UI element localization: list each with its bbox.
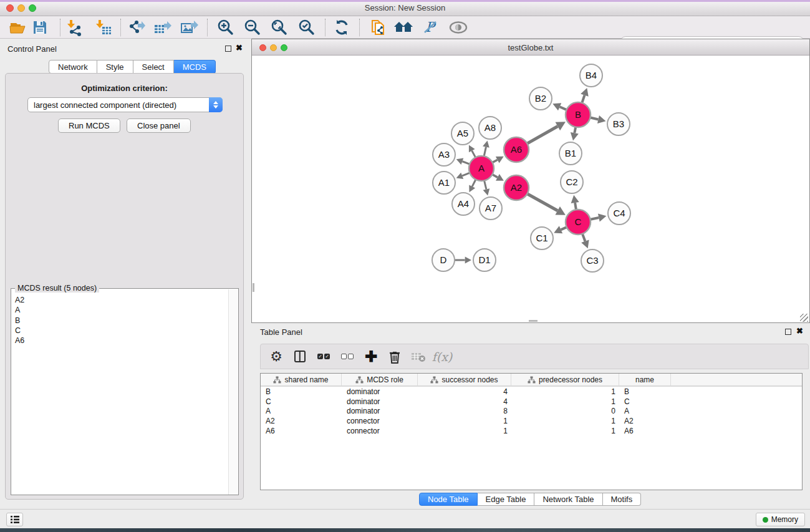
result-list-item[interactable]: A (15, 305, 229, 315)
settings-gear-icon[interactable]: ⚙ (264, 347, 288, 367)
memory-label: Memory (771, 515, 798, 524)
table-cell[interactable]: B (261, 387, 342, 397)
node-label-A3: A3 (438, 149, 450, 160)
column-header-predecessor-nodes[interactable]: predecessor nodes (511, 374, 619, 385)
home-view-icon[interactable] (393, 18, 414, 37)
table-panel-close-icon[interactable]: ✖ (796, 328, 803, 334)
export-image-icon[interactable] (179, 18, 200, 37)
table-cell[interactable]: 1 (511, 416, 619, 426)
control-tab-style[interactable]: Style (97, 60, 133, 74)
table-cell[interactable]: A (619, 406, 671, 416)
network-canvas[interactable]: B4B2BB3A5A8A6A3AB1A1A2C2A4A7C4CC1DD1C3 (253, 56, 809, 322)
network-graph[interactable]: B4B2BB3A5A8A6A3AB1A1A2C2A4A7C4CC1DD1C3 (253, 56, 809, 322)
zoom-out-icon[interactable] (242, 18, 263, 37)
export-network-icon[interactable] (125, 18, 147, 37)
table-row[interactable]: A2connector11A2 (261, 416, 802, 426)
window-resize-grip[interactable] (800, 314, 808, 322)
table-row[interactable]: Adominator80A (261, 406, 802, 416)
table-cell[interactable]: 4 (418, 397, 511, 407)
table-tab-edge-table[interactable]: Edge Table (478, 493, 535, 506)
table-row[interactable]: Cdominator41C (261, 397, 802, 407)
table-cell[interactable]: 1 (418, 416, 511, 426)
table-panel-float-icon[interactable] (785, 329, 791, 335)
mcds-result-list[interactable]: A2ABCA6 (12, 293, 229, 495)
table-cell[interactable]: A6 (261, 426, 342, 436)
save-session-icon[interactable] (29, 18, 51, 37)
table-tab-node-table[interactable]: Node Table (419, 493, 478, 506)
column-header-MCDS-role[interactable]: MCDS role (342, 374, 418, 385)
table-cell[interactable]: 4 (418, 387, 511, 397)
refresh-layout-icon[interactable] (331, 18, 352, 37)
table-cell[interactable]: A (261, 406, 342, 416)
edge-arrowhead (598, 213, 606, 221)
column-header-name[interactable]: name (619, 374, 671, 385)
edge-A2-C[interactable] (526, 193, 557, 211)
memory-button[interactable]: Memory (756, 513, 805, 526)
zoom-selected-icon[interactable] (296, 18, 317, 37)
table-cell[interactable]: dominator (342, 406, 418, 416)
optimization-criterion-dropdown[interactable]: largest connected component (directed) (27, 97, 223, 112)
node-label-A: A (478, 163, 485, 173)
zoom-fit-icon[interactable] (269, 18, 290, 37)
control-panel-close-icon[interactable]: ✖ (236, 45, 243, 51)
table-tab-motifs[interactable]: Motifs (603, 493, 642, 506)
table-cell[interactable]: 0 (511, 406, 619, 416)
toolbar-separator (207, 19, 208, 36)
table-cell[interactable]: 1 (511, 426, 619, 436)
deselect-all-rows-icon[interactable] (335, 347, 359, 367)
dropdown-stepper-icon (209, 97, 223, 112)
table-cell[interactable]: 8 (418, 406, 511, 416)
result-list-item[interactable]: B (15, 316, 229, 326)
table-cell[interactable]: A2 (261, 416, 342, 426)
select-all-rows-icon[interactable]: ✓✓ (312, 347, 335, 367)
task-history-button[interactable] (6, 513, 23, 526)
column-header-shared-name[interactable]: shared name (261, 374, 342, 385)
table-cell[interactable]: 1 (511, 397, 619, 407)
table-row[interactable]: A6connector11A6 (261, 426, 802, 436)
table-cell[interactable]: B (619, 387, 671, 397)
result-list-item[interactable]: C (15, 326, 229, 336)
run-mcds-button[interactable]: Run MCDS (58, 118, 120, 133)
control-tab-mcds[interactable]: MCDS (174, 60, 216, 74)
close-panel-button[interactable]: Close panel (127, 118, 191, 133)
import-table-icon[interactable] (93, 18, 114, 37)
delete-table-icon[interactable] (407, 347, 430, 367)
import-network-icon[interactable] (64, 18, 85, 37)
table-cell[interactable]: C (619, 397, 671, 407)
control-tab-network[interactable]: Network (49, 60, 97, 74)
table-cell[interactable]: C (261, 397, 342, 407)
table-tab-network-table[interactable]: Network Table (534, 493, 602, 506)
edge-arrowhead (571, 195, 579, 203)
table-cell[interactable]: 1 (418, 426, 511, 436)
column-header-successor-nodes[interactable]: successor nodes (418, 374, 511, 385)
table-row[interactable]: Bdominator41B (261, 387, 802, 397)
export-table-icon[interactable] (152, 18, 173, 37)
node-table: shared nameMCDS rolesuccessor nodesprede… (260, 373, 803, 490)
show-hide-graphics-icon[interactable] (448, 18, 469, 37)
zoom-in-icon[interactable] (215, 18, 236, 37)
control-panel-float-icon[interactable] (225, 46, 231, 52)
add-column-icon[interactable]: ✚ (359, 347, 383, 367)
result-list-item[interactable]: A2 (15, 295, 229, 305)
table-panel-title: Table Panel (260, 327, 302, 337)
result-list-item[interactable]: A6 (15, 336, 229, 346)
table-cell[interactable]: A6 (619, 426, 671, 436)
table-cell[interactable]: connector (342, 416, 418, 426)
table-cell[interactable]: 1 (511, 387, 619, 397)
edge-A6-B[interactable] (526, 126, 558, 144)
clone-network-icon[interactable] (367, 18, 388, 37)
desktop-menubar-edge (0, 0, 810, 2)
table-cell[interactable]: A2 (619, 416, 671, 426)
show-columns-icon[interactable] (288, 347, 312, 367)
delete-column-icon[interactable] (383, 347, 407, 367)
hide-panel-icon[interactable]: P (420, 18, 441, 37)
result-list-scrollbar[interactable] (228, 289, 238, 495)
node-label-A2: A2 (511, 182, 522, 193)
table-cell[interactable]: dominator (342, 387, 418, 397)
table-cell[interactable]: dominator (342, 397, 418, 407)
function-builder-icon[interactable]: f(x) (430, 347, 454, 367)
open-session-icon[interactable] (7, 18, 28, 37)
table-cell[interactable]: connector (342, 426, 418, 436)
window-title: Session: New Session (0, 3, 810, 12)
control-tab-select[interactable]: Select (133, 60, 174, 74)
